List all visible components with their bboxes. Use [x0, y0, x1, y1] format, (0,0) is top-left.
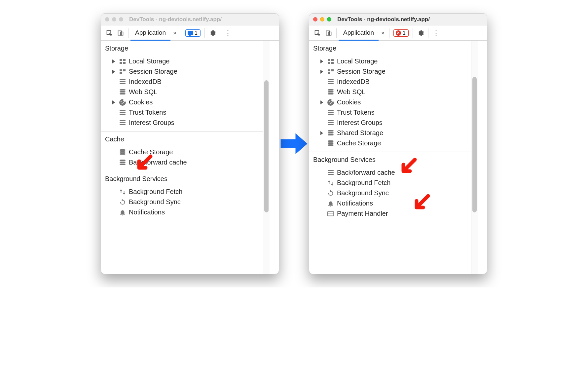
- tab-application[interactable]: Application: [130, 26, 170, 41]
- fetch-icon: [119, 188, 126, 196]
- tree-item-label: Local Storage: [129, 57, 169, 65]
- kebab-icon[interactable]: ⋮: [222, 27, 234, 39]
- database-icon: [327, 130, 334, 137]
- scrollbar[interactable]: [263, 41, 270, 274]
- traffic-lights[interactable]: [313, 17, 331, 21]
- tree-item-label: Cookies: [337, 98, 361, 106]
- section-title[interactable]: Background Services: [309, 152, 471, 166]
- gear-icon[interactable]: [207, 27, 218, 39]
- tree-item[interactable]: Background Sync: [309, 188, 471, 198]
- tree-item[interactable]: Trust Tokens: [309, 107, 471, 118]
- tree-item[interactable]: Web SQL: [309, 87, 471, 97]
- table-icon: [327, 68, 334, 75]
- tree-item[interactable]: Shared Storage: [309, 128, 471, 138]
- close-dot[interactable]: [313, 17, 317, 21]
- more-tabs-icon[interactable]: »: [170, 29, 179, 36]
- application-sidebar[interactable]: StorageLocal StorageSession StorageIndex…: [309, 41, 471, 274]
- tree-item[interactable]: Cookies: [309, 97, 471, 107]
- tree-item[interactable]: Session Storage: [101, 66, 263, 77]
- database-icon: [119, 109, 126, 116]
- tab-application[interactable]: Application: [339, 26, 379, 41]
- tree-item[interactable]: Background Sync: [101, 197, 263, 207]
- transition-arrow-icon: [279, 129, 309, 159]
- chevron-right-icon[interactable]: [320, 131, 323, 135]
- tree-item[interactable]: Session Storage: [309, 66, 471, 77]
- error-icon: ✕: [396, 30, 401, 36]
- database-icon: [119, 78, 126, 86]
- tree-item-label: IndexedDB: [129, 78, 162, 86]
- close-dot[interactable]: [105, 17, 109, 21]
- issues-count: 1: [195, 30, 198, 36]
- tree-item-label: Shared Storage: [337, 129, 383, 137]
- svg-rect-2: [121, 32, 123, 35]
- svg-rect-1: [118, 31, 122, 35]
- table-icon: [119, 58, 126, 65]
- database-icon: [327, 89, 334, 96]
- section-title[interactable]: Storage: [101, 41, 263, 54]
- device-icon[interactable]: [115, 27, 126, 39]
- devtools-toolbar: Application » ✕ 1 ⋮: [309, 25, 487, 41]
- minimize-dot[interactable]: [320, 17, 324, 21]
- tree-item-label: Background Sync: [129, 198, 181, 206]
- tree-item[interactable]: Web SQL: [101, 87, 263, 97]
- scrollbar[interactable]: [471, 41, 478, 274]
- cookie-icon: [119, 99, 126, 106]
- window-title: DevTools - ng-devtools.netlify.app/: [126, 16, 275, 23]
- tree-item-label: Back/forward cache: [129, 159, 187, 166]
- database-icon: [119, 159, 126, 166]
- chevron-right-icon[interactable]: [320, 100, 323, 104]
- chevron-right-icon[interactable]: [320, 59, 323, 63]
- tree-item[interactable]: Back/forward cache: [309, 167, 471, 178]
- section-title[interactable]: Background Services: [101, 171, 263, 185]
- inspect-icon[interactable]: [312, 27, 323, 39]
- tree-item[interactable]: Trust Tokens: [101, 107, 263, 118]
- more-tabs-icon[interactable]: »: [379, 29, 387, 36]
- chevron-right-icon[interactable]: [112, 59, 115, 63]
- zoom-dot[interactable]: [327, 17, 331, 21]
- database-icon: [327, 140, 334, 147]
- tree-item[interactable]: Notifications: [101, 207, 263, 217]
- tree-item[interactable]: Cache Storage: [309, 138, 471, 148]
- device-icon[interactable]: [323, 27, 334, 39]
- zoom-dot[interactable]: [119, 17, 123, 21]
- tree-item[interactable]: Background Fetch: [101, 187, 263, 197]
- scrollbar-thumb[interactable]: [472, 77, 477, 212]
- tree-item[interactable]: IndexedDB: [101, 77, 263, 87]
- tree-item[interactable]: Payment Handler: [309, 208, 471, 219]
- tree-item[interactable]: Local Storage: [101, 56, 263, 66]
- traffic-lights[interactable]: [105, 17, 123, 21]
- gear-icon[interactable]: [415, 27, 426, 39]
- tree-item[interactable]: Interest Groups: [309, 118, 471, 128]
- issues-badge[interactable]: ✕ 1: [393, 29, 409, 37]
- tree-item[interactable]: IndexedDB: [309, 77, 471, 87]
- tree-item[interactable]: Back/forward cache: [101, 157, 263, 167]
- message-icon: [188, 31, 193, 35]
- inspect-icon[interactable]: [104, 27, 115, 39]
- tree-item[interactable]: Background Fetch: [309, 178, 471, 188]
- section-title[interactable]: Storage: [309, 41, 471, 54]
- kebab-icon[interactable]: ⋮: [430, 27, 442, 39]
- minimize-dot[interactable]: [112, 17, 116, 21]
- database-icon: [327, 169, 334, 176]
- tree-item[interactable]: Cookies: [101, 97, 263, 107]
- chevron-right-icon[interactable]: [112, 70, 115, 74]
- issues-badge[interactable]: 1: [185, 29, 201, 37]
- tree-item[interactable]: Notifications: [309, 198, 471, 208]
- devtools-toolbar: Application » 1 ⋮: [101, 25, 279, 41]
- issues-count: 1: [403, 30, 406, 36]
- tree-item-label: Trust Tokens: [337, 109, 374, 116]
- section-title[interactable]: Cache: [101, 131, 263, 145]
- scrollbar-thumb[interactable]: [264, 80, 269, 212]
- tree-item[interactable]: Interest Groups: [101, 118, 263, 128]
- application-sidebar[interactable]: StorageLocal StorageSession StorageIndex…: [101, 41, 263, 274]
- tree-item-label: Interest Groups: [337, 119, 383, 127]
- table-icon: [327, 58, 334, 65]
- chevron-right-icon[interactable]: [320, 70, 323, 74]
- svg-rect-6: [328, 211, 334, 216]
- titlebar: DevTools - ng-devtools.netlify.app/: [101, 14, 279, 25]
- tree-item[interactable]: Local Storage: [309, 56, 471, 66]
- tree-item-label: Cache Storage: [129, 148, 173, 156]
- chevron-right-icon[interactable]: [112, 100, 115, 104]
- tree-item[interactable]: Cache Storage: [101, 147, 263, 157]
- window-title: DevTools - ng-devtools.netlify.app/: [334, 16, 483, 23]
